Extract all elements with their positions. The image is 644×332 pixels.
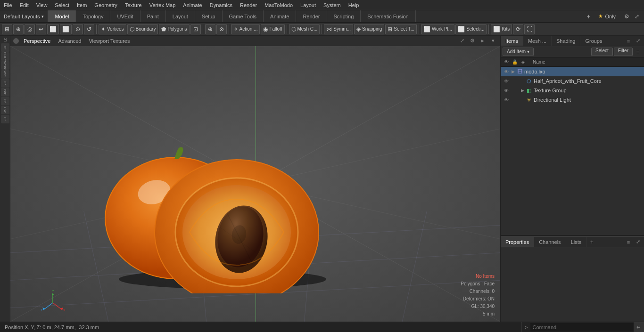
bottom-tab-properties[interactable]: Properties <box>501 237 534 247</box>
tree-arrow-texture-group[interactable]: ▶ <box>520 88 525 93</box>
menu-item-vertex map[interactable]: Vertex Map <box>146 2 180 8</box>
bottom-right-collapse-btn[interactable]: ≡ <box>624 238 633 246</box>
menu-item-render[interactable]: Render <box>236 2 261 8</box>
tool-btn-⊡[interactable]: ⊡ <box>190 24 201 34</box>
tree-eye-texture-group[interactable]: 👁 <box>503 87 510 94</box>
menu-item-layout[interactable]: Layout <box>297 2 320 8</box>
tool-btn-⊙[interactable]: ⊙ <box>73 24 83 34</box>
default-layouts-button[interactable]: Default Layouts ▾ <box>0 10 48 22</box>
tool-btn-boundary[interactable]: ⬡Boundary <box>127 24 158 34</box>
tool-btn-↩[interactable]: ↩ <box>36 24 46 34</box>
tree-eye-directional-light[interactable]: 👁 <box>503 96 510 104</box>
layout-tab-layout[interactable]: Layout <box>166 10 195 22</box>
tool-btn-↺[interactable]: ↺ <box>84 24 94 34</box>
tree-item-texture-group[interactable]: 👁 ▶ ◧ Texture Group <box>501 86 644 95</box>
layout-tab-scripting[interactable]: Scripting <box>327 10 361 22</box>
right-tab-groups[interactable]: Groups <box>580 36 607 46</box>
menu-item-dynamics[interactable]: Dynamics <box>206 2 236 8</box>
menu-item-system[interactable]: System <box>320 2 345 8</box>
tree-item-modo-lxo[interactable]: 👁 ▶ 🎞 modo.lxo <box>501 67 644 76</box>
layout-tab-animate[interactable]: Animate <box>264 10 296 22</box>
right-tab-collapse-btn[interactable]: ≡ <box>624 37 633 45</box>
viewport-action-close[interactable]: ▾ <box>489 37 497 45</box>
tool-btn-action-...[interactable]: ✧Action ... <box>231 24 260 34</box>
viewport-tab-perspective[interactable]: Perspective <box>20 36 54 46</box>
items-render-icon[interactable]: ◈ <box>520 58 527 66</box>
viewport-action-settings[interactable]: ⚙ <box>468 37 477 45</box>
tool-btn-falloff[interactable]: ◉Falloff <box>261 24 284 34</box>
tool-btn-polygons[interactable]: ⬟Polygons <box>159 24 189 34</box>
bottom-tab-lists[interactable]: Lists <box>566 237 587 247</box>
items-select-button[interactable]: Select <box>591 48 613 56</box>
tool-btn-⟳[interactable]: ⟳ <box>513 24 523 34</box>
star-only-button[interactable]: ★ Only <box>594 13 619 19</box>
layout-tab-schematic-fusion[interactable]: Schematic Fusion <box>361 10 415 22</box>
viewport-action-expand[interactable]: ▸ <box>479 37 487 45</box>
tool-btn-⊗[interactable]: ⊗ <box>216 24 227 34</box>
layout-tab-render[interactable]: Render <box>296 10 327 22</box>
tool-btn-select-t...[interactable]: ⊞Select T... <box>385 24 417 34</box>
command-submit-button[interactable]: ↵ <box>634 322 644 332</box>
menu-item-help[interactable]: Help <box>345 2 363 8</box>
right-tab-items[interactable]: Items <box>501 36 523 46</box>
bottom-tab-add-button[interactable]: + <box>586 237 597 247</box>
tool-btn-⊞[interactable]: ⊞ <box>2 24 12 34</box>
tool-btn-◎[interactable]: ◎ <box>25 24 35 34</box>
left-tool-vert[interactable]: Vert: <box>1 70 9 79</box>
items-lock-icon[interactable]: 🔒 <box>511 58 519 66</box>
tool-btn-⬜[interactable]: ⬜ <box>60 24 72 34</box>
layout-tab-topology[interactable]: Topology <box>76 10 110 22</box>
layout-action-settings[interactable]: ⚙ <box>621 11 632 22</box>
left-tool-e[interactable]: E: <box>1 79 9 88</box>
menu-item-texture[interactable]: Texture <box>121 2 146 8</box>
tool-btn-symm...[interactable]: ⋈Symm... <box>324 24 353 34</box>
command-input[interactable] <box>530 323 634 332</box>
menu-item-item[interactable]: Item <box>73 2 91 8</box>
viewport-action-fullscreen[interactable]: ⤢ <box>458 37 466 45</box>
menu-item-edit[interactable]: Edit <box>16 2 33 8</box>
menu-item-select[interactable]: Select <box>51 2 73 8</box>
menu-item-maxtomodo[interactable]: MaxToModo <box>261 2 297 8</box>
layout-action-expand[interactable]: ⤢ <box>632 11 642 22</box>
items-visibility-icon[interactable]: 👁 <box>503 58 510 66</box>
tool-btn-⬜[interactable]: ⬜ <box>47 24 59 34</box>
left-tool-mesh[interactable]: Mesh: <box>1 61 9 70</box>
tool-btn-⛶[interactable]: ⛶ <box>524 24 535 34</box>
layout-tab-uvedit[interactable]: UVEdit <box>110 10 140 22</box>
left-tool-poly[interactable]: Pol: <box>1 88 9 97</box>
right-tab-expand-btn[interactable]: ⤢ <box>634 37 642 45</box>
tree-item-directional-light[interactable]: 👁 ☀ Directional Light <box>501 95 644 105</box>
left-tool-basic-2[interactable]: DUP: <box>1 52 9 61</box>
menu-item-geometry[interactable]: Geometry <box>91 2 121 8</box>
viewport-tab-viewport-textures[interactable]: Viewport Textures <box>85 36 133 46</box>
bottom-tab-channels[interactable]: Channels <box>534 237 566 247</box>
tool-btn-⊕[interactable]: ⊕ <box>205 24 215 34</box>
tool-btn-⊕[interactable]: ⊕ <box>13 24 24 34</box>
tree-eye-modo-lxo[interactable]: 👁 <box>503 68 510 75</box>
tool-btn-kits[interactable]: ⬜Kits <box>491 24 512 34</box>
tool-btn-vertices[interactable]: ✦Vertices <box>99 24 126 34</box>
layout-tab-setup[interactable]: Setup <box>195 10 223 22</box>
viewport-3d[interactable]: X Z Y No Items Polygons : Face Channels:… <box>10 46 500 322</box>
tool-btn-snapping[interactable]: ◈Snapping <box>354 24 384 34</box>
menu-item-animate[interactable]: Animate <box>179 2 206 8</box>
layout-tab-game-tools[interactable]: Game Tools <box>223 10 264 22</box>
add-item-button[interactable]: Add Item ▾ <box>503 48 534 56</box>
menu-item-view[interactable]: View <box>33 2 51 8</box>
tree-eye-half-apricot[interactable]: 👁 <box>503 77 510 85</box>
right-tab-mesh-...[interactable]: Mesh ... <box>523 36 552 46</box>
tree-arrow-modo-lxo[interactable]: ▶ <box>510 69 516 74</box>
right-tab-shading[interactable]: Shading <box>552 36 580 46</box>
left-tool-c[interactable]: C: <box>1 97 9 105</box>
bottom-right-expand-btn[interactable]: ⤢ <box>634 238 642 246</box>
tool-btn-mesh-c...[interactable]: ⬡Mesh C... <box>289 24 320 34</box>
tree-item-half-apricot[interactable]: 👁 ⬡ Half_Apricot_with_Fruit_Core <box>501 76 644 86</box>
items-collapse-button[interactable]: ≡ <box>634 48 642 56</box>
viewport-tab-advanced[interactable]: Advanced <box>54 36 85 46</box>
left-tool-basic-1[interactable]: D: <box>1 43 9 52</box>
tool-btn-work-pl...[interactable]: ⬜Work Pl... <box>421 24 454 34</box>
menu-item-file[interactable]: File <box>0 2 16 8</box>
layout-plus-button[interactable]: + <box>582 10 594 22</box>
tool-btn-selecti...[interactable]: ⬜Selecti... <box>455 24 487 34</box>
layout-tab-model[interactable]: Model <box>48 10 76 22</box>
